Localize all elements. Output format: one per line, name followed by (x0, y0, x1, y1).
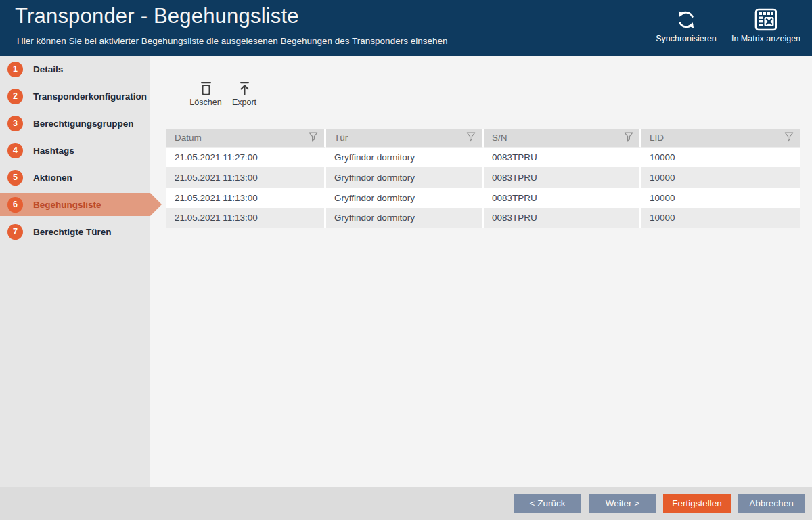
export-button[interactable]: Export (223, 79, 265, 107)
export-icon (239, 79, 250, 95)
cell-tuer: Gryffindor dormitory (326, 188, 484, 208)
access-list-table: Datum Tür S/N LID 21. (166, 129, 804, 228)
sidebar-step-details[interactable]: 1 Details (0, 58, 150, 81)
cell-sn: 0083TPRU (484, 167, 641, 188)
cancel-button[interactable]: Abbrechen (738, 494, 805, 513)
step-number-badge: 6 (7, 197, 23, 213)
filter-funnel-icon[interactable] (309, 132, 318, 144)
show-in-matrix-button[interactable]: In Matrix anzeigen (724, 7, 808, 43)
sidebar-step-label: Begehungsliste (33, 200, 102, 210)
sidebar-step-label: Aktionen (33, 173, 72, 183)
cell-tuer: Gryffindor dormitory (326, 147, 484, 167)
cell-sn: 0083TPRU (484, 147, 641, 167)
cell-lid: 10000 (641, 147, 800, 167)
wizard-footer: < Zurück Weiter > Fertigstellen Abbreche… (0, 487, 812, 520)
cell-datum: 21.05.2021 11:13:00 (166, 188, 326, 208)
page-subtitle: Hier können Sie bei aktivierter Begehung… (17, 36, 447, 46)
table-body: 21.05.2021 11:27:00 Gryffindor dormitory… (166, 147, 804, 228)
sidebar-step-label: Berechtigte Türen (33, 227, 112, 237)
cell-tuer: Gryffindor dormitory (326, 208, 484, 228)
sidebar-step-berechtigungsgruppen[interactable]: 3 Berechtigungsgruppen (0, 112, 150, 135)
cell-lid: 10000 (641, 167, 800, 188)
column-header-label: Tür (334, 133, 466, 143)
table-row[interactable]: 21.05.2021 11:13:00 Gryffindor dormitory… (166, 167, 804, 188)
cell-lid: 10000 (641, 188, 800, 208)
column-header[interactable]: S/N (484, 129, 641, 147)
step-number-badge: 7 (7, 224, 23, 240)
delete-button[interactable]: Löschen (185, 79, 227, 107)
column-header[interactable]: Tür (326, 129, 484, 147)
step-number-badge: 3 (7, 116, 23, 131)
table-row[interactable]: 21.05.2021 11:27:00 Gryffindor dormitory… (166, 147, 804, 167)
finish-button[interactable]: Fertigstellen (663, 494, 731, 513)
step-number-badge: 5 (7, 170, 23, 186)
filter-funnel-icon[interactable] (624, 132, 633, 144)
cell-lid: 10000 (641, 208, 800, 228)
synchronize-label: Synchronisieren (656, 34, 717, 43)
trash-icon (200, 79, 212, 95)
page-title: Transponder - Begehungsliste (15, 4, 299, 28)
sync-icon (675, 7, 698, 32)
title-bar: Transponder - Begehungsliste Hier können… (0, 0, 812, 56)
sidebar-step-berechtigte-t-ren[interactable]: 7 Berechtigte Türen (0, 220, 150, 243)
table-header-row: Datum Tür S/N LID (166, 129, 804, 147)
wizard-step-sidebar: 1 Details 2 Transponderkonfiguration 3 B… (0, 56, 150, 487)
sidebar-step-label: Transponderkonfiguration (33, 91, 147, 102)
export-label: Export (232, 98, 256, 107)
step-number-badge: 2 (7, 89, 23, 104)
cell-datum: 21.05.2021 11:13:00 (166, 167, 326, 188)
sidebar-step-label: Hashtags (33, 146, 74, 156)
cell-sn: 0083TPRU (484, 208, 641, 228)
delete-label: Löschen (189, 98, 221, 107)
filter-funnel-icon[interactable] (466, 132, 476, 144)
toolbar-divider (166, 114, 804, 114)
filter-funnel-icon[interactable] (784, 132, 794, 144)
step-number-badge: 4 (7, 143, 23, 158)
sidebar-step-label: Details (33, 64, 63, 74)
column-header-label: S/N (492, 133, 624, 143)
sidebar-step-label: Berechtigungsgruppen (33, 118, 134, 129)
sidebar-step-transponderkonfiguration[interactable]: 2 Transponderkonfiguration (0, 85, 150, 108)
sidebar-step-hashtags[interactable]: 4 Hashtags (0, 139, 150, 162)
cell-tuer: Gryffindor dormitory (326, 167, 484, 188)
column-header[interactable]: LID (641, 129, 800, 147)
sidebar-step-begehungsliste[interactable]: 6 Begehungsliste (0, 193, 150, 216)
cell-datum: 21.05.2021 11:13:00 (166, 208, 326, 228)
cell-sn: 0083TPRU (484, 188, 641, 208)
show-in-matrix-label: In Matrix anzeigen (731, 34, 800, 43)
cell-datum: 21.05.2021 11:27:00 (166, 147, 326, 167)
table-row[interactable]: 21.05.2021 11:13:00 Gryffindor dormitory… (166, 208, 804, 228)
column-header-label: LID (650, 133, 784, 143)
synchronize-button[interactable]: Synchronisieren (648, 7, 724, 43)
back-button[interactable]: < Zurück (514, 494, 581, 513)
table-row[interactable]: 21.05.2021 11:13:00 Gryffindor dormitory… (166, 188, 804, 208)
step-number-badge: 1 (7, 62, 23, 77)
next-button[interactable]: Weiter > (589, 494, 656, 513)
sidebar-step-aktionen[interactable]: 5 Aktionen (0, 166, 150, 189)
column-header[interactable]: Datum (166, 129, 326, 147)
matrix-icon (754, 7, 777, 32)
column-header-label: Datum (175, 133, 309, 143)
